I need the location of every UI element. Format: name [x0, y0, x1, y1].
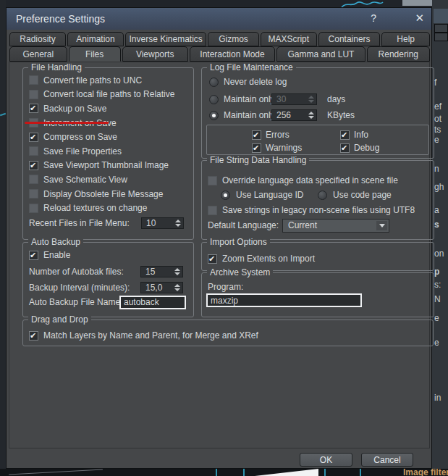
tab-rendering[interactable]: Rendering: [367, 46, 430, 62]
group-auto-backup: Auto Backup Enable Number of Autobak fil…: [22, 242, 194, 317]
checkbox-reload-textures[interactable]: Reload textures on change: [23, 201, 193, 215]
checkbox-icon[interactable]: [29, 75, 38, 85]
radio-label[interactable]: Use code page: [333, 190, 392, 200]
bg-text-fragment: s: [434, 220, 439, 230]
tab-gamma-and-lut[interactable]: Gamma and LUT: [276, 46, 365, 62]
group-title: Auto Backup: [28, 237, 83, 247]
background-box-fragment: [434, 24, 448, 33]
checkbox-warnings[interactable]: Warnings: [252, 143, 340, 153]
checkbox-info[interactable]: Info: [340, 130, 428, 140]
checkbox-label: Convert local file paths to Relative: [43, 89, 174, 99]
checkbox-icon[interactable]: [29, 104, 38, 113]
checkbox-icon[interactable]: [340, 143, 350, 153]
backup-interval-row: Backup Interval (minutes): 15,0: [29, 281, 190, 294]
group-file-handling: File Handling Convert file paths to UNC …: [22, 67, 194, 240]
radio-icon[interactable]: [209, 78, 219, 87]
close-icon[interactable]: ✕: [415, 12, 424, 25]
bg-text-fragment: ot: [434, 114, 441, 124]
default-language-dropdown[interactable]: Current: [282, 219, 389, 233]
bg-text-fragment: ts: [434, 125, 441, 135]
spinner-arrows-icon[interactable]: [173, 218, 182, 228]
spinner-value: 15: [145, 267, 155, 277]
autobak-files-row: Number of Autobak files: 15: [29, 265, 190, 278]
tab-containers[interactable]: Containers: [318, 32, 381, 46]
checkbox-save-schematic-view[interactable]: Save Schematic View: [23, 172, 193, 187]
tab-maxscript[interactable]: MAXScript: [261, 32, 317, 46]
tab-help[interactable]: Help: [381, 32, 430, 46]
tab-radiosity[interactable]: Radiosity: [9, 32, 66, 46]
radio-maintain-days[interactable]: Maintain only 30 days: [209, 93, 431, 106]
checkbox-compress-on-save[interactable]: Compress on Save: [23, 130, 193, 144]
tab-row-2: General Files Viewports Interaction Mode…: [9, 46, 430, 62]
tab-animation[interactable]: Animation: [67, 32, 124, 46]
chevron-down-icon[interactable]: [376, 221, 387, 230]
radio-maintain-kbytes[interactable]: Maintain only 256 KBytes: [209, 109, 431, 122]
checkbox-icon[interactable]: [29, 175, 38, 184]
maintain-days-spinner[interactable]: 30: [271, 93, 317, 105]
viewport-line-fragment: [360, 469, 361, 476]
checkbox-convert-relative[interactable]: Convert local file paths to Relative: [23, 88, 193, 102]
maintain-kbytes-unit: KBytes: [327, 110, 355, 120]
dialog-titlebar[interactable]: Preference Settings ? ✕: [7, 8, 431, 30]
checkbox-display-obsolete-message[interactable]: Display Obsolete File Message: [23, 187, 193, 201]
radio-icon[interactable]: [209, 111, 219, 120]
tab-interaction-mode[interactable]: Interaction Mode: [190, 46, 275, 62]
tab-general[interactable]: General: [9, 46, 67, 62]
checkbox-zoom-extents[interactable]: Zoom Extents on Import: [208, 252, 431, 265]
checkbox-save-viewport-thumbnail[interactable]: Save Viewport Thumbnail Image: [23, 159, 193, 173]
checkbox-convert-unc[interactable]: Convert file paths to UNC: [23, 73, 193, 88]
checkbox-icon[interactable]: [208, 206, 217, 215]
checkbox-icon[interactable]: [340, 130, 350, 140]
checkbox-icon[interactable]: [252, 143, 261, 153]
checkbox-icon[interactable]: [29, 251, 38, 260]
backup-file-name-input[interactable]: [119, 296, 186, 309]
maintain-kbytes-spinner[interactable]: 256: [271, 109, 317, 121]
checkbox-save-file-properties[interactable]: Save File Properties: [23, 144, 193, 159]
cancel-button[interactable]: Cancel: [361, 453, 413, 467]
checkbox-label: Zoom Extents on Import: [222, 254, 315, 264]
archive-program-input[interactable]: [206, 293, 362, 307]
help-icon[interactable]: ?: [371, 12, 376, 24]
recent-files-spinner[interactable]: 10: [141, 217, 184, 229]
group-import-options: Import Options Zoom Extents on Import: [201, 242, 434, 271]
checkbox-backup-on-save[interactable]: Backup on Save: [23, 101, 193, 116]
radio-icon[interactable]: [209, 95, 219, 104]
checkbox-icon[interactable]: [29, 133, 38, 142]
checkbox-autobackup-enable[interactable]: Enable: [29, 249, 190, 262]
radio-icon[interactable]: [318, 191, 327, 200]
checkbox-utf8[interactable]: Save strings in legacy non-scene files u…: [208, 204, 431, 217]
checkbox-label: Override language data specified in scen…: [222, 175, 398, 185]
checkbox-match-layers[interactable]: Match Layers by Name and Parent, for Mer…: [29, 329, 430, 342]
tab-inverse-kinematics[interactable]: Inverse Kinematics: [125, 32, 206, 46]
radio-never-delete-log[interactable]: Never delete log: [209, 75, 431, 88]
checkbox-icon[interactable]: [208, 254, 217, 264]
tab-viewports[interactable]: Viewports: [122, 46, 188, 62]
checkbox-debug[interactable]: Debug: [340, 143, 428, 153]
radio-label[interactable]: Use Language ID: [236, 190, 303, 200]
spinner-arrows-icon[interactable]: [172, 267, 182, 277]
spinner-arrows-icon[interactable]: [172, 283, 182, 293]
checkbox-icon[interactable]: [252, 130, 261, 140]
backup-interval-spinner[interactable]: 15,0: [140, 282, 183, 293]
autobak-files-spinner[interactable]: 15: [140, 266, 183, 277]
checkbox-icon[interactable]: [29, 161, 38, 170]
checkbox-icon[interactable]: [29, 189, 38, 199]
spinner-value: 256: [276, 110, 291, 120]
viewport-line-fragment: [324, 469, 326, 476]
backup-file-name-row: Auto Backup File Name:: [29, 296, 190, 309]
checkbox-icon[interactable]: [29, 90, 38, 99]
tab-files[interactable]: Files: [69, 46, 121, 62]
checkbox-icon[interactable]: [208, 176, 217, 185]
checkbox-override-language[interactable]: Override language data specified in scen…: [208, 174, 431, 187]
checkbox-icon[interactable]: [29, 204, 38, 213]
checkbox-icon[interactable]: [29, 146, 38, 156]
checkbox-errors[interactable]: Errors: [252, 130, 340, 140]
spinner-arrows-icon[interactable]: [306, 110, 316, 120]
viewport-line-fragment: [9, 469, 103, 475]
ok-button[interactable]: OK: [300, 453, 352, 467]
group-title: Import Options: [207, 237, 270, 247]
checkbox-icon[interactable]: [29, 331, 38, 341]
group-file-string-data-handling: File String Data Handling Override langu…: [201, 160, 434, 240]
tab-gizmos[interactable]: Gizmos: [208, 32, 258, 46]
radio-icon[interactable]: [221, 191, 230, 200]
